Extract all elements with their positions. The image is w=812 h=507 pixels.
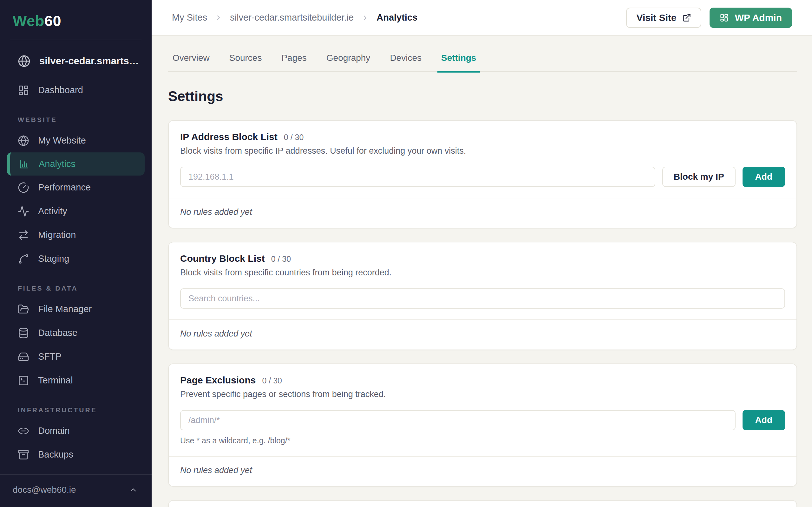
sidebar-item-analytics[interactable]: Analytics	[7, 153, 145, 176]
ip-input-row: Block my IP Add	[180, 167, 785, 187]
breadcrumb-my-sites[interactable]: My Sites	[172, 12, 207, 23]
card-description: Block visits from specific countries fro…	[180, 268, 785, 278]
sidebar-item-domain[interactable]: Domain	[0, 419, 152, 443]
sidebar-section-files-data: FILES & DATA File Manager Database SFTP …	[0, 285, 152, 392]
card-title: Page Exclusions	[180, 375, 256, 386]
sidebar-item-file-manager[interactable]: File Manager	[0, 297, 152, 321]
terminal-icon	[18, 375, 29, 386]
page-title: Settings	[168, 89, 797, 104]
header-actions: Visit Site WP Admin	[626, 8, 792, 28]
country-search-input[interactable]	[180, 288, 785, 308]
hard-drive-icon	[18, 351, 29, 362]
tab-devices[interactable]: Devices	[389, 53, 422, 72]
sidebar-item-label: Performance	[38, 182, 91, 193]
breadcrumb: My Sites silver-cedar.smartsitebuilder.i…	[172, 12, 417, 23]
sidebar-item-label: File Manager	[38, 304, 92, 314]
card-body: Hostname Allowlist 0 / 30	[169, 501, 797, 507]
wildcard-hint: Use * as a wildcard, e.g. /blog/*	[180, 436, 785, 445]
arrows-right-left-icon	[18, 229, 29, 241]
archive-icon	[18, 449, 29, 460]
sidebar-item-label: Domain	[38, 426, 70, 436]
page-exclusions-card: Page Exclusions 0 / 30 Prevent specific …	[168, 363, 797, 487]
sidebar-site-name: silver-cedar.smartsitebuilder.ie	[39, 55, 139, 67]
external-link-icon	[682, 13, 691, 22]
activity-icon	[18, 206, 29, 217]
account-email: docs@web60.ie	[13, 485, 76, 495]
card-description: Prevent specific pages or sections from …	[180, 389, 785, 399]
link-icon	[18, 425, 29, 437]
globe-icon	[18, 135, 29, 147]
empty-state-text: No rules added yet	[169, 198, 797, 228]
sidebar-site-selector[interactable]: silver-cedar.smartsitebuilder.ie	[0, 40, 152, 67]
ip-block-list-card: IP Address Block List 0 / 30 Block visit…	[168, 120, 797, 228]
sidebar-item-migration[interactable]: Migration	[0, 223, 152, 247]
sidebar-section-website: WEBSITE My Website Analytics Performance…	[0, 116, 152, 271]
globe-icon	[18, 55, 31, 67]
card-title: Country Block List	[180, 253, 265, 264]
country-block-list-card: Country Block List 0 / 30 Block visits f…	[168, 242, 797, 350]
wp-admin-label: WP Admin	[735, 12, 782, 23]
chevron-right-icon	[215, 14, 222, 21]
gauge-icon	[18, 182, 29, 193]
sidebar-item-performance[interactable]: Performance	[0, 176, 152, 199]
ip-address-input[interactable]	[180, 167, 655, 187]
bar-chart-icon	[18, 158, 30, 170]
tab-sources[interactable]: Sources	[229, 53, 263, 72]
dashboard-grid-icon	[18, 84, 29, 96]
sidebar-item-label: Dashboard	[38, 85, 83, 95]
block-my-ip-button[interactable]: Block my IP	[662, 167, 735, 187]
tab-overview[interactable]: Overview	[172, 53, 210, 72]
sidebar-item-my-website[interactable]: My Website	[0, 129, 152, 153]
card-description: Block visits from specific IP addresses.…	[180, 146, 785, 156]
sidebar-item-sftp[interactable]: SFTP	[0, 345, 152, 369]
visit-site-button[interactable]: Visit Site	[626, 8, 701, 28]
sidebar-item-label: Staging	[38, 253, 69, 264]
page-exclusion-input[interactable]	[180, 410, 735, 430]
card-title: IP Address Block List	[180, 131, 277, 142]
sidebar-item-dashboard[interactable]: Dashboard	[0, 78, 152, 102]
rule-count-badge: 0 / 30	[262, 376, 282, 385]
rule-count-badge: 0 / 30	[284, 133, 304, 142]
tab-pages[interactable]: Pages	[281, 53, 307, 72]
breadcrumb-site[interactable]: silver-cedar.smartsitebuilder.ie	[230, 12, 354, 23]
sidebar-item-staging[interactable]: Staging	[0, 247, 152, 271]
section-label: INFRASTRUCTURE	[0, 406, 152, 414]
empty-state-text: No rules added yet	[169, 456, 797, 486]
sidebar-item-activity[interactable]: Activity	[0, 199, 152, 223]
tab-settings[interactable]: Settings	[438, 53, 480, 72]
card-title-row: Page Exclusions 0 / 30	[180, 375, 785, 386]
folder-open-icon	[18, 303, 29, 315]
sidebar-item-label: Migration	[38, 230, 76, 240]
card-body: Country Block List 0 / 30 Block visits f…	[169, 242, 797, 320]
dashboard-grid-icon	[720, 13, 728, 22]
add-ip-button[interactable]: Add	[743, 167, 785, 187]
sidebar-item-database[interactable]: Database	[0, 321, 152, 345]
sidebar-item-label: Backups	[38, 449, 73, 460]
card-title-row: IP Address Block List 0 / 30	[180, 131, 785, 142]
wp-admin-button[interactable]: WP Admin	[710, 8, 792, 28]
database-icon	[18, 327, 29, 339]
tab-geography[interactable]: Geography	[326, 53, 371, 72]
section-label: WEBSITE	[0, 116, 152, 124]
hostname-allowlist-card: Hostname Allowlist 0 / 30	[168, 500, 797, 507]
empty-state-text: No rules added yet	[169, 320, 797, 349]
brand-logo-primary: Web	[13, 12, 44, 29]
card-title-row: Country Block List 0 / 30	[180, 253, 785, 264]
sidebar-item-backups[interactable]: Backups	[0, 443, 152, 466]
brand-logo[interactable]: Web60	[0, 0, 152, 40]
section-label: FILES & DATA	[0, 285, 152, 292]
sidebar-item-label: My Website	[38, 135, 86, 146]
sidebar: Web60 silver-cedar.smartsitebuilder.ie D…	[0, 0, 152, 507]
card-body: Page Exclusions 0 / 30 Prevent specific …	[169, 364, 797, 456]
chevron-right-icon	[361, 14, 369, 21]
main-area: My Sites silver-cedar.smartsitebuilder.i…	[152, 0, 812, 507]
breadcrumb-current: Analytics	[376, 12, 417, 23]
sidebar-item-label: Activity	[38, 206, 67, 216]
brand-logo-secondary: 60	[44, 12, 61, 29]
add-exclusion-button[interactable]: Add	[743, 410, 785, 430]
sidebar-item-label: Analytics	[39, 159, 75, 169]
sidebar-account-menu[interactable]: docs@web60.ie	[0, 474, 152, 507]
top-bar: My Sites silver-cedar.smartsitebuilder.i…	[152, 0, 812, 36]
chevron-up-icon	[129, 486, 138, 494]
sidebar-item-terminal[interactable]: Terminal	[0, 369, 152, 392]
